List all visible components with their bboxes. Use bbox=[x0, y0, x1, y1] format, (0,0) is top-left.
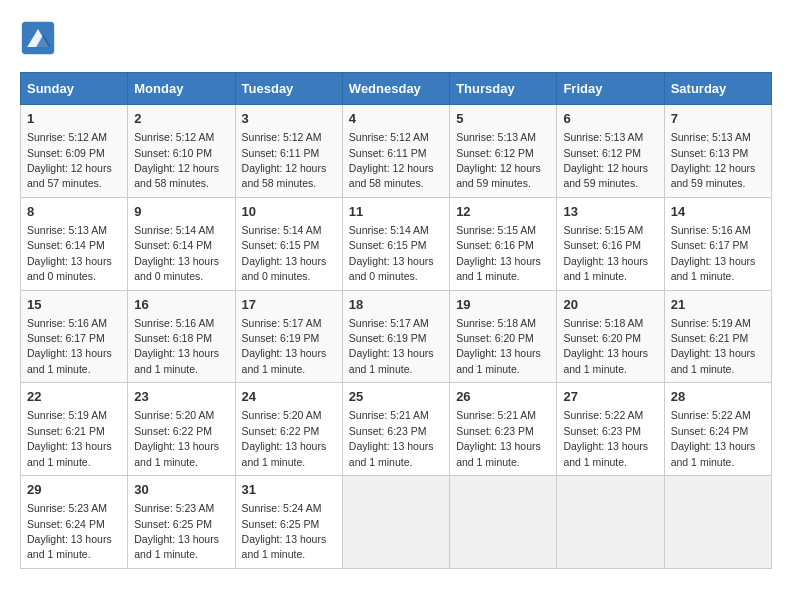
logo bbox=[20, 20, 62, 56]
calendar-cell: 6Sunrise: 5:13 AM Sunset: 6:12 PM Daylig… bbox=[557, 105, 664, 198]
calendar-cell: 15Sunrise: 5:16 AM Sunset: 6:17 PM Dayli… bbox=[21, 290, 128, 383]
day-number: 8 bbox=[27, 203, 121, 221]
day-number: 24 bbox=[242, 388, 336, 406]
day-number: 28 bbox=[671, 388, 765, 406]
day-number: 19 bbox=[456, 296, 550, 314]
calendar-cell: 13Sunrise: 5:15 AM Sunset: 6:16 PM Dayli… bbox=[557, 197, 664, 290]
day-info: Sunrise: 5:13 AM Sunset: 6:12 PM Dayligh… bbox=[456, 131, 541, 189]
day-number: 11 bbox=[349, 203, 443, 221]
day-number: 1 bbox=[27, 110, 121, 128]
calendar-cell: 20Sunrise: 5:18 AM Sunset: 6:20 PM Dayli… bbox=[557, 290, 664, 383]
day-number: 10 bbox=[242, 203, 336, 221]
calendar-cell: 23Sunrise: 5:20 AM Sunset: 6:22 PM Dayli… bbox=[128, 383, 235, 476]
calendar-cell: 18Sunrise: 5:17 AM Sunset: 6:19 PM Dayli… bbox=[342, 290, 449, 383]
header-thursday: Thursday bbox=[450, 73, 557, 105]
day-number: 3 bbox=[242, 110, 336, 128]
day-info: Sunrise: 5:14 AM Sunset: 6:15 PM Dayligh… bbox=[242, 224, 327, 282]
day-info: Sunrise: 5:18 AM Sunset: 6:20 PM Dayligh… bbox=[456, 317, 541, 375]
header-friday: Friday bbox=[557, 73, 664, 105]
calendar-cell: 28Sunrise: 5:22 AM Sunset: 6:24 PM Dayli… bbox=[664, 383, 771, 476]
day-number: 16 bbox=[134, 296, 228, 314]
day-info: Sunrise: 5:20 AM Sunset: 6:22 PM Dayligh… bbox=[134, 409, 219, 467]
calendar-cell: 17Sunrise: 5:17 AM Sunset: 6:19 PM Dayli… bbox=[235, 290, 342, 383]
calendar-cell: 4Sunrise: 5:12 AM Sunset: 6:11 PM Daylig… bbox=[342, 105, 449, 198]
calendar-table: SundayMondayTuesdayWednesdayThursdayFrid… bbox=[20, 72, 772, 569]
header-monday: Monday bbox=[128, 73, 235, 105]
header-saturday: Saturday bbox=[664, 73, 771, 105]
calendar-cell: 27Sunrise: 5:22 AM Sunset: 6:23 PM Dayli… bbox=[557, 383, 664, 476]
day-number: 12 bbox=[456, 203, 550, 221]
day-info: Sunrise: 5:19 AM Sunset: 6:21 PM Dayligh… bbox=[671, 317, 756, 375]
day-info: Sunrise: 5:21 AM Sunset: 6:23 PM Dayligh… bbox=[456, 409, 541, 467]
day-info: Sunrise: 5:17 AM Sunset: 6:19 PM Dayligh… bbox=[349, 317, 434, 375]
day-info: Sunrise: 5:22 AM Sunset: 6:24 PM Dayligh… bbox=[671, 409, 756, 467]
header-sunday: Sunday bbox=[21, 73, 128, 105]
day-info: Sunrise: 5:12 AM Sunset: 6:09 PM Dayligh… bbox=[27, 131, 112, 189]
day-info: Sunrise: 5:14 AM Sunset: 6:14 PM Dayligh… bbox=[134, 224, 219, 282]
day-number: 25 bbox=[349, 388, 443, 406]
day-info: Sunrise: 5:16 AM Sunset: 6:17 PM Dayligh… bbox=[27, 317, 112, 375]
logo-icon bbox=[20, 20, 56, 56]
day-info: Sunrise: 5:13 AM Sunset: 6:14 PM Dayligh… bbox=[27, 224, 112, 282]
day-number: 15 bbox=[27, 296, 121, 314]
day-number: 7 bbox=[671, 110, 765, 128]
day-number: 30 bbox=[134, 481, 228, 499]
day-info: Sunrise: 5:21 AM Sunset: 6:23 PM Dayligh… bbox=[349, 409, 434, 467]
day-info: Sunrise: 5:12 AM Sunset: 6:11 PM Dayligh… bbox=[242, 131, 327, 189]
day-number: 18 bbox=[349, 296, 443, 314]
calendar-cell: 24Sunrise: 5:20 AM Sunset: 6:22 PM Dayli… bbox=[235, 383, 342, 476]
calendar-cell: 11Sunrise: 5:14 AM Sunset: 6:15 PM Dayli… bbox=[342, 197, 449, 290]
day-number: 20 bbox=[563, 296, 657, 314]
day-info: Sunrise: 5:16 AM Sunset: 6:18 PM Dayligh… bbox=[134, 317, 219, 375]
day-number: 17 bbox=[242, 296, 336, 314]
day-number: 26 bbox=[456, 388, 550, 406]
day-number: 9 bbox=[134, 203, 228, 221]
day-number: 23 bbox=[134, 388, 228, 406]
calendar-cell: 10Sunrise: 5:14 AM Sunset: 6:15 PM Dayli… bbox=[235, 197, 342, 290]
calendar-header-row: SundayMondayTuesdayWednesdayThursdayFrid… bbox=[21, 73, 772, 105]
calendar-cell: 12Sunrise: 5:15 AM Sunset: 6:16 PM Dayli… bbox=[450, 197, 557, 290]
calendar-cell: 31Sunrise: 5:24 AM Sunset: 6:25 PM Dayli… bbox=[235, 476, 342, 569]
calendar-cell: 9Sunrise: 5:14 AM Sunset: 6:14 PM Daylig… bbox=[128, 197, 235, 290]
day-info: Sunrise: 5:23 AM Sunset: 6:24 PM Dayligh… bbox=[27, 502, 112, 560]
day-info: Sunrise: 5:20 AM Sunset: 6:22 PM Dayligh… bbox=[242, 409, 327, 467]
day-number: 5 bbox=[456, 110, 550, 128]
day-number: 2 bbox=[134, 110, 228, 128]
day-info: Sunrise: 5:12 AM Sunset: 6:10 PM Dayligh… bbox=[134, 131, 219, 189]
calendar-week-row: 1Sunrise: 5:12 AM Sunset: 6:09 PM Daylig… bbox=[21, 105, 772, 198]
day-info: Sunrise: 5:22 AM Sunset: 6:23 PM Dayligh… bbox=[563, 409, 648, 467]
calendar-cell: 29Sunrise: 5:23 AM Sunset: 6:24 PM Dayli… bbox=[21, 476, 128, 569]
day-number: 21 bbox=[671, 296, 765, 314]
calendar-week-row: 29Sunrise: 5:23 AM Sunset: 6:24 PM Dayli… bbox=[21, 476, 772, 569]
day-number: 4 bbox=[349, 110, 443, 128]
day-number: 31 bbox=[242, 481, 336, 499]
day-info: Sunrise: 5:15 AM Sunset: 6:16 PM Dayligh… bbox=[563, 224, 648, 282]
calendar-week-row: 15Sunrise: 5:16 AM Sunset: 6:17 PM Dayli… bbox=[21, 290, 772, 383]
day-info: Sunrise: 5:14 AM Sunset: 6:15 PM Dayligh… bbox=[349, 224, 434, 282]
calendar-cell: 14Sunrise: 5:16 AM Sunset: 6:17 PM Dayli… bbox=[664, 197, 771, 290]
day-info: Sunrise: 5:17 AM Sunset: 6:19 PM Dayligh… bbox=[242, 317, 327, 375]
calendar-week-row: 22Sunrise: 5:19 AM Sunset: 6:21 PM Dayli… bbox=[21, 383, 772, 476]
header-wednesday: Wednesday bbox=[342, 73, 449, 105]
header-tuesday: Tuesday bbox=[235, 73, 342, 105]
calendar-week-row: 8Sunrise: 5:13 AM Sunset: 6:14 PM Daylig… bbox=[21, 197, 772, 290]
calendar-cell: 1Sunrise: 5:12 AM Sunset: 6:09 PM Daylig… bbox=[21, 105, 128, 198]
calendar-cell: 21Sunrise: 5:19 AM Sunset: 6:21 PM Dayli… bbox=[664, 290, 771, 383]
calendar-cell: 3Sunrise: 5:12 AM Sunset: 6:11 PM Daylig… bbox=[235, 105, 342, 198]
day-number: 29 bbox=[27, 481, 121, 499]
page-header bbox=[20, 20, 772, 56]
day-info: Sunrise: 5:23 AM Sunset: 6:25 PM Dayligh… bbox=[134, 502, 219, 560]
calendar-cell: 7Sunrise: 5:13 AM Sunset: 6:13 PM Daylig… bbox=[664, 105, 771, 198]
day-number: 6 bbox=[563, 110, 657, 128]
calendar-cell: 2Sunrise: 5:12 AM Sunset: 6:10 PM Daylig… bbox=[128, 105, 235, 198]
calendar-cell: 26Sunrise: 5:21 AM Sunset: 6:23 PM Dayli… bbox=[450, 383, 557, 476]
calendar-cell bbox=[664, 476, 771, 569]
calendar-cell bbox=[557, 476, 664, 569]
calendar-cell: 8Sunrise: 5:13 AM Sunset: 6:14 PM Daylig… bbox=[21, 197, 128, 290]
day-info: Sunrise: 5:19 AM Sunset: 6:21 PM Dayligh… bbox=[27, 409, 112, 467]
day-info: Sunrise: 5:12 AM Sunset: 6:11 PM Dayligh… bbox=[349, 131, 434, 189]
day-number: 27 bbox=[563, 388, 657, 406]
day-info: Sunrise: 5:13 AM Sunset: 6:12 PM Dayligh… bbox=[563, 131, 648, 189]
calendar-cell: 30Sunrise: 5:23 AM Sunset: 6:25 PM Dayli… bbox=[128, 476, 235, 569]
day-info: Sunrise: 5:18 AM Sunset: 6:20 PM Dayligh… bbox=[563, 317, 648, 375]
